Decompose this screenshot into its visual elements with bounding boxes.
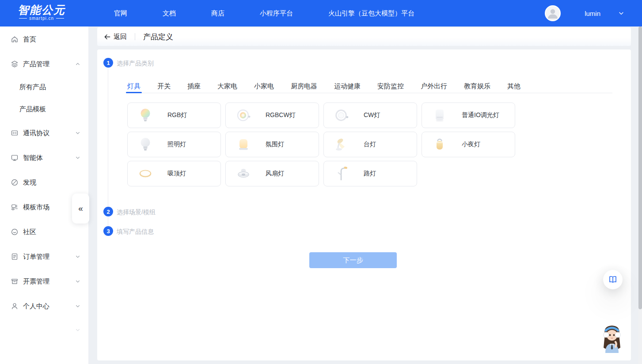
invoice-box-icon	[11, 277, 19, 285]
product-grid: RGB灯 RGBCW灯 CW灯 普通IO调光灯 照明灯	[127, 102, 515, 186]
sidebar-item-label: 订单管理	[23, 253, 49, 261]
community-icon	[11, 228, 19, 236]
product-label: 风扇灯	[266, 170, 284, 178]
tab-large-appliance[interactable]: 大家电	[217, 80, 237, 93]
user-menu-chevron-down-icon[interactable]	[618, 10, 624, 16]
tab-education-entertainment[interactable]: 教育娱乐	[464, 80, 490, 93]
sidebar-item-comm-protocol[interactable]: 通讯协议	[0, 128, 88, 138]
product-label: RGBCW灯	[266, 111, 296, 119]
io-dimmer-icon	[431, 106, 448, 124]
open-book-icon	[608, 275, 617, 284]
sidebar-item-label: 智能体	[23, 154, 43, 162]
sidebar-item-label: 模板市场	[23, 203, 49, 212]
product-card-rgbcw-light[interactable]: RGBCW灯	[225, 102, 319, 128]
brand-subtitle: smartpi.cn	[18, 16, 65, 21]
cw-downlight-icon	[333, 106, 350, 124]
sidebar-item-discover[interactable]: 发现	[0, 177, 88, 188]
username-label: lumin	[585, 10, 600, 17]
product-label: 吸顶灯	[167, 170, 186, 178]
tab-other[interactable]: 其他	[507, 80, 520, 93]
tab-socket[interactable]: 插座	[187, 80, 201, 93]
tab-security-monitoring[interactable]: 安防监控	[377, 80, 404, 93]
product-label: 小夜灯	[462, 140, 480, 148]
nav-link-official-site[interactable]: 官网	[114, 9, 127, 18]
product-card-night-light[interactable]: 小夜灯	[422, 132, 515, 157]
discover-compass-icon	[11, 178, 19, 186]
step-3-badge: 3	[103, 226, 113, 236]
step-3-label: 填写产品信息	[117, 228, 154, 236]
sidebar-item-label: 首页	[23, 35, 36, 44]
sidebar-item-home[interactable]: 首页	[0, 34, 88, 45]
nav-link-store[interactable]: 商店	[211, 9, 224, 18]
product-card-ambient-light[interactable]: 氛围灯	[225, 132, 319, 157]
tab-small-appliance[interactable]: 小家电	[254, 80, 274, 93]
docs-fab-button[interactable]	[603, 270, 623, 289]
user-avatar-icon[interactable]	[545, 5, 561, 21]
product-label: 氛围灯	[266, 140, 284, 148]
nav-link-volcengine[interactable]: 火山引擎（豆包大模型）平台	[328, 9, 414, 18]
product-card-desk-lamp[interactable]: 台灯	[323, 132, 417, 157]
product-label: 台灯	[364, 140, 376, 148]
sidebar-scroll-more[interactable]	[0, 325, 88, 335]
white-bulb-icon	[137, 136, 154, 153]
tab-sport-health[interactable]: 运动健康	[334, 80, 361, 93]
page-scrollbar-thumb[interactable]	[638, 27, 642, 309]
top-navbar: 智能公元 smartpi.cn 官网 文档 商店 小程序平台 火山引擎（豆包大模…	[0, 0, 642, 27]
product-card-street-lamp[interactable]: 路灯	[323, 161, 417, 186]
step-2-badge: 2	[103, 207, 113, 216]
product-label: 路灯	[364, 170, 376, 178]
desk-lamp-icon	[333, 136, 350, 153]
tab-lighting[interactable]: 灯具	[127, 80, 141, 93]
night-light-icon	[431, 136, 448, 153]
template-market-icon	[11, 203, 19, 211]
ambient-lamp-icon	[235, 136, 252, 153]
sidebar-item-label: 发现	[23, 178, 36, 187]
product-label: RGB灯	[167, 111, 187, 119]
step-connector-line	[108, 68, 108, 206]
nav-user-area[interactable]: lumin	[545, 0, 624, 27]
header-divider	[135, 33, 135, 40]
ceiling-light-icon	[137, 165, 154, 182]
step-1-badge: 1	[103, 58, 113, 68]
tab-switch[interactable]: 开关	[157, 80, 171, 93]
step-1-label: 选择产品类别	[117, 60, 154, 68]
sidebar-item-product-management[interactable]: 产品管理	[0, 59, 88, 69]
nav-link-miniprogram[interactable]: 小程序平台	[260, 9, 293, 18]
product-card-rgb-light[interactable]: RGB灯	[127, 102, 221, 128]
tab-kitchen-appliance[interactable]: 厨房电器	[291, 80, 317, 93]
tab-outdoor-travel[interactable]: 户外出行	[421, 80, 447, 93]
sidebar-item-agent[interactable]: 智能体	[0, 152, 88, 163]
sidebar-item-label: 开票管理	[23, 277, 49, 286]
sidebar-item-order-management[interactable]: 订单管理	[0, 251, 88, 262]
chevron-up-icon	[74, 61, 81, 68]
product-card-fan-light[interactable]: 风扇灯	[225, 161, 319, 186]
sidebar-collapse-button[interactable]: «	[72, 193, 89, 224]
sidebar-item-all-products[interactable]: 所有产品	[0, 82, 88, 92]
sidebar-subitem-label: 所有产品	[19, 83, 46, 91]
sidebar-item-personal-center[interactable]: 个人中心	[0, 301, 88, 311]
rgb-bulb-icon	[137, 106, 154, 124]
user-icon	[11, 302, 19, 310]
sidebar-item-invoice-management[interactable]: 开票管理	[0, 276, 88, 287]
sidebar-item-product-templates[interactable]: 产品模板	[0, 104, 88, 114]
product-label: 普通IO调光灯	[462, 111, 499, 119]
rgbcw-downlight-icon	[235, 106, 252, 124]
product-definition-panel: 1 选择产品类别 灯具 开关 插座 大家电 小家电 厨房电器 运动健康 安防监控…	[97, 49, 631, 360]
product-card-ceiling-light[interactable]: 吸顶灯	[127, 161, 221, 186]
brand-logo[interactable]: 智能公元 smartpi.cn	[18, 4, 65, 21]
product-card-cw-light[interactable]: CW灯	[323, 102, 417, 128]
street-lamp-icon	[333, 165, 350, 182]
product-card-illumination-light[interactable]: 照明灯	[127, 132, 221, 157]
product-card-io-dimmer-light[interactable]: 普通IO调光灯	[422, 102, 515, 128]
chevron-down-faint-icon	[74, 326, 81, 334]
agent-monitor-icon	[11, 154, 19, 162]
sidebar-subitem-label: 产品模板	[19, 105, 46, 114]
step-2-label: 选择场景/模组	[117, 209, 156, 216]
customer-service-assistant-avatar[interactable]	[596, 321, 628, 353]
nav-link-docs[interactable]: 文档	[163, 9, 176, 18]
nav-links: 官网 文档 商店 小程序平台 火山引擎（豆包大模型）平台	[114, 0, 414, 27]
sidebar-item-community[interactable]: 社区	[0, 227, 88, 237]
next-step-button[interactable]: 下一步	[309, 252, 397, 268]
chevron-down-icon	[74, 278, 81, 285]
back-button[interactable]: 返回	[103, 33, 127, 41]
